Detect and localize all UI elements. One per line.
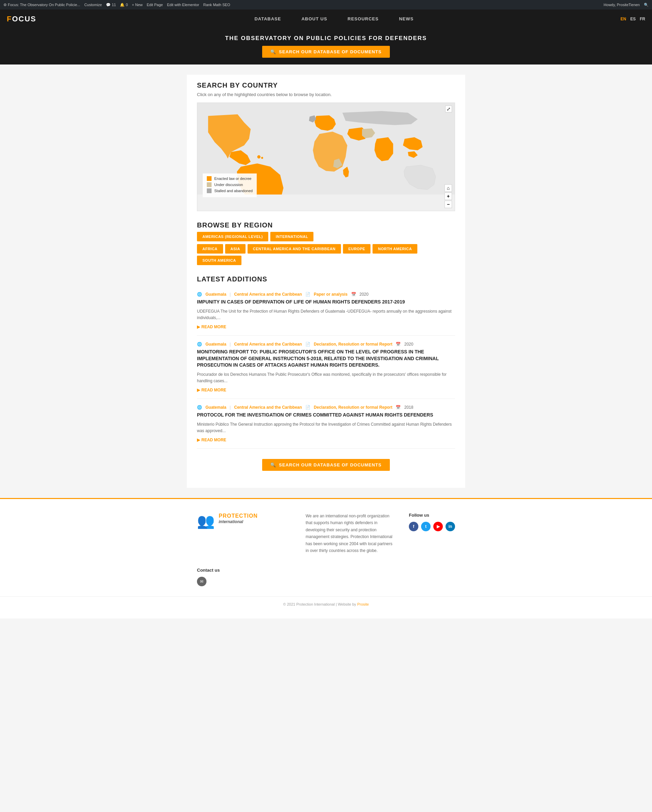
- article-title-1[interactable]: IMPUNITY IN CASES OF DEPRIVATION OF LIFE…: [197, 299, 455, 305]
- russia-region[interactable]: [342, 111, 418, 125]
- region-africa[interactable]: AFRICA: [197, 244, 223, 253]
- hero-search-button[interactable]: 🔍 SEARCH OUR DATABASE OF DOCUMENTS: [262, 46, 389, 58]
- admin-bar-search-icon[interactable]: 🔍: [644, 3, 649, 7]
- browse-region-title: BROWSE BY REGION: [197, 221, 455, 229]
- logo[interactable]: FOCUS: [0, 11, 54, 27]
- article-doctype-1[interactable]: Paper or analysis: [314, 292, 347, 297]
- search-icon: 🔍: [270, 49, 276, 54]
- social-youtube[interactable]: ▶: [433, 522, 443, 531]
- article-year-3: 2018: [404, 405, 413, 410]
- article-doctype-3[interactable]: Declaration, Resolution or formal Report: [314, 405, 392, 410]
- prosite-link[interactable]: Prosite: [357, 602, 369, 606]
- read-more-3[interactable]: ▶ READ MORE: [197, 438, 226, 442]
- article-excerpt-2: Procurador de los Derechos Humanos The P…: [197, 371, 455, 384]
- legend-discussion: Under discussion: [207, 182, 253, 187]
- north-america-region[interactable]: [208, 114, 250, 159]
- admin-bar-elementor[interactable]: Edit with Elementor: [167, 3, 199, 7]
- article-excerpt-3: Ministerio Público The General Instructi…: [197, 421, 455, 434]
- article-country-1[interactable]: Guatemala: [205, 292, 226, 297]
- article-item-3: 🌐 Guatemala | Central America and the Ca…: [197, 399, 455, 449]
- footer-logo-icon: 👥: [197, 513, 215, 529]
- region-americas-regional[interactable]: AMERICAS (REGIONAL LEVEL): [197, 232, 268, 241]
- article-title-3[interactable]: PROTOCOL FOR THE INVESTIGATION OF CRIMES…: [197, 412, 455, 418]
- region-row-1: AMERICAS (REGIONAL LEVEL) INTERNATIONAL: [197, 232, 455, 241]
- caribbean-region[interactable]: [257, 155, 261, 159]
- footer-search-area: 🔍 SEARCH OUR DATABASE OF DOCUMENTS: [197, 459, 455, 471]
- nav-resources[interactable]: RESOURCES: [337, 10, 389, 27]
- southeast-asia-region[interactable]: [403, 137, 423, 150]
- language-switcher: EN ES FR: [614, 17, 652, 21]
- article-region-3[interactable]: Central America and the Caribbean: [234, 405, 302, 410]
- region-asia[interactable]: ASIA: [225, 244, 246, 253]
- footer-search-button[interactable]: 🔍 SEARCH OUR DATABASE OF DOCUMENTS: [262, 459, 389, 471]
- region-south-america[interactable]: SOUTH AMERICA: [197, 256, 241, 265]
- legend-color-enacted: [207, 176, 212, 181]
- hero-title: THE OBSERVATORY ON PUBLIC POLICIES FOR D…: [7, 35, 645, 42]
- nav-links: DATABASE ABOUT US RESOURCES NEWS: [54, 10, 614, 27]
- sea-south-region[interactable]: [408, 151, 418, 158]
- admin-bar-comments[interactable]: 💬 11: [106, 3, 116, 7]
- browse-by-region-section: BROWSE BY REGION AMERICAS (REGIONAL LEVE…: [197, 221, 455, 265]
- nav-about[interactable]: ABOUT US: [292, 10, 337, 27]
- region-europe[interactable]: EUROPE: [343, 244, 371, 253]
- region-north-america[interactable]: NORTH AMERICA: [373, 244, 417, 253]
- article-item-2: 🌐 Guatemala | Central America and the Ca…: [197, 336, 455, 399]
- article-region-1[interactable]: Central America and the Caribbean: [234, 292, 302, 297]
- map-home-button[interactable]: ⌂: [444, 184, 452, 192]
- search-country-subtitle: Click on any of the highlighted countrie…: [197, 92, 455, 97]
- india-region[interactable]: [374, 137, 393, 161]
- africa-region[interactable]: [313, 132, 347, 172]
- doc-type-icon-1: 📄: [305, 292, 310, 297]
- footer-org-name: PROTECTION international: [219, 513, 258, 525]
- article-year-1: 2020: [360, 292, 369, 297]
- calendar-icon-3: 📅: [395, 405, 401, 410]
- social-twitter[interactable]: t: [421, 522, 431, 531]
- region-central-america[interactable]: CENTRAL AMERICA AND THE CARIBBEAN: [247, 244, 341, 253]
- australia-region[interactable]: [404, 165, 436, 189]
- calendar-icon-1: 📅: [351, 292, 356, 297]
- legend-enacted: Enacted law or decree: [207, 176, 253, 181]
- social-linkedin[interactable]: in: [446, 522, 455, 531]
- europe-region[interactable]: [315, 115, 336, 131]
- article-region-2[interactable]: Central America and the Caribbean: [234, 342, 302, 346]
- follow-us-heading: Follow us: [409, 513, 455, 518]
- social-facebook[interactable]: f: [409, 522, 418, 531]
- meta-sep-3: |: [229, 405, 231, 410]
- lang-en[interactable]: EN: [620, 17, 626, 21]
- world-map-container: ⤢: [197, 102, 455, 211]
- central-america-region[interactable]: [229, 150, 251, 165]
- meta-sep-1: |: [229, 292, 231, 297]
- admin-bar-customize[interactable]: Customize: [84, 3, 102, 7]
- region-international[interactable]: INTERNATIONAL: [270, 232, 314, 241]
- middle-east-discussion[interactable]: [362, 128, 375, 138]
- map-legend: Enacted law or decree Under discussion S…: [203, 174, 257, 197]
- admin-bar-edit-page[interactable]: Edit Page: [147, 3, 163, 7]
- lang-es[interactable]: ES: [630, 17, 636, 21]
- nav-news[interactable]: NEWS: [389, 10, 424, 27]
- calendar-icon-2: 📅: [395, 342, 401, 346]
- map-controls: ⌂ + −: [444, 184, 452, 208]
- map-zoom-out-button[interactable]: −: [444, 201, 452, 208]
- article-country-2[interactable]: Guatemala: [205, 342, 226, 346]
- admin-bar-rank-math[interactable]: Rank Math SEO: [203, 3, 230, 7]
- admin-bar-wp-icon[interactable]: ⚙ Focus: The Observatory On Public Polic…: [3, 3, 80, 7]
- article-country-3[interactable]: Guatemala: [205, 405, 226, 410]
- madagascar-region[interactable]: [343, 167, 349, 177]
- admin-bar-new[interactable]: + New: [132, 3, 143, 7]
- contact-email-icon[interactable]: ✉: [197, 577, 206, 586]
- article-doctype-2[interactable]: Declaration, Resolution or formal Report: [314, 342, 392, 346]
- admin-bar-updates[interactable]: 🔔 0: [120, 3, 128, 7]
- map-expand-button[interactable]: ⤢: [445, 105, 452, 112]
- lang-fr[interactable]: FR: [640, 17, 645, 21]
- social-icons-row: f t ▶ in: [409, 522, 455, 531]
- search-country-title: SEARCH BY COUNTRY: [197, 81, 455, 89]
- footer-bottom: © 2021 Protection International | Websit…: [0, 597, 652, 612]
- map-zoom-in-button[interactable]: +: [444, 192, 452, 200]
- article-title-2[interactable]: MONITORING REPORT TO: PUBLIC PROSECUTOR'…: [197, 349, 455, 369]
- globe-icon-1: 🌐: [197, 292, 202, 297]
- read-more-2[interactable]: ▶ READ MORE: [197, 388, 226, 392]
- hero-banner: THE OBSERVATORY ON PUBLIC POLICIES FOR D…: [0, 28, 652, 64]
- nav-database[interactable]: DATABASE: [244, 10, 291, 27]
- read-more-1[interactable]: ▶ READ MORE: [197, 325, 226, 329]
- article-year-2: 2020: [404, 342, 413, 346]
